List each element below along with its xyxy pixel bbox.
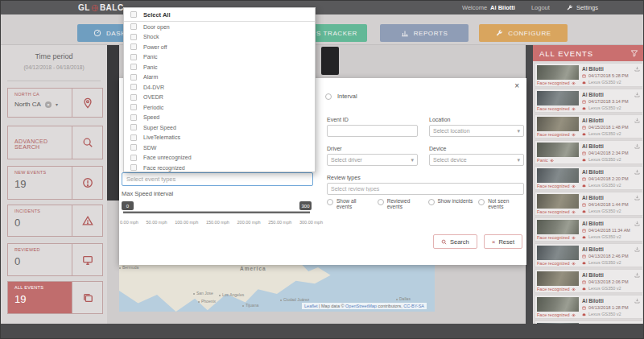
radio-circle[interactable]: [378, 199, 384, 205]
driver-label: Driver: [327, 146, 418, 151]
event-id-input[interactable]: [327, 125, 418, 137]
calendar-icon: [582, 306, 586, 310]
event-types-input[interactable]: [122, 172, 313, 186]
advanced-search-card[interactable]: ADVANCED SEARCH: [7, 126, 103, 159]
download-icon[interactable]: [634, 272, 640, 278]
dropdown-option[interactable]: Face unrecognized: [124, 153, 315, 163]
nav-bar: DASHBOARD GPS TRACKER REPORTS CONFIGURE: [1, 14, 644, 45]
event-card[interactable]: Face recognized Al Bilotti 04/17/2018 5:…: [535, 63, 643, 87]
checkbox[interactable]: [130, 155, 137, 161]
event-card[interactable]: Face recognized Al Bilotti 04/15/2018 1:…: [535, 114, 643, 138]
radio-circle[interactable]: [478, 199, 485, 205]
download-icon[interactable]: [634, 169, 640, 175]
leaflet-link[interactable]: Leaflet: [304, 304, 318, 308]
download-icon[interactable]: [634, 246, 640, 252]
checkbox[interactable]: [130, 74, 137, 81]
dropdown-option[interactable]: Door open: [124, 22, 315, 32]
region-select[interactable]: North CA × ▾: [14, 101, 72, 108]
dropdown-option[interactable]: Periodic: [124, 102, 315, 113]
close-icon[interactable]: ×: [514, 81, 519, 90]
search-button[interactable]: Search: [433, 234, 477, 249]
checkbox[interactable]: [130, 84, 137, 90]
license-link[interactable]: CC-BY-SA: [403, 304, 424, 308]
filter-radio-option[interactable]: Show incidents: [428, 198, 474, 209]
download-icon[interactable]: [634, 221, 640, 226]
dropdown-option[interactable]: Shock: [124, 32, 315, 43]
device-select[interactable]: Select device ▾: [429, 154, 524, 166]
dropdown-option[interactable]: Panic: [124, 52, 315, 63]
osm-link[interactable]: OpenStreetMap: [345, 304, 377, 308]
checkbox[interactable]: [130, 23, 137, 30]
checkbox[interactable]: [130, 94, 137, 101]
reset-button[interactable]: × Reset: [484, 234, 522, 249]
checkbox[interactable]: [130, 64, 137, 70]
checkbox[interactable]: [130, 144, 137, 151]
tab-configure[interactable]: CONFIGURE: [479, 24, 568, 42]
chevron-down-icon[interactable]: ▾: [56, 101, 58, 107]
filter-radio-option[interactable]: Reviewed events: [378, 198, 423, 209]
download-icon[interactable]: [634, 118, 640, 123]
slider-handle-min[interactable]: 0: [122, 201, 134, 210]
download-icon[interactable]: [634, 298, 640, 304]
logout-link[interactable]: Logout: [531, 4, 550, 11]
dropdown-option[interactable]: Alarm: [124, 72, 315, 83]
checkbox[interactable]: [130, 124, 137, 130]
settings-button[interactable]: Settings: [566, 4, 598, 11]
driver-select[interactable]: Select driver ▾: [327, 154, 418, 166]
checkbox[interactable]: [130, 34, 137, 40]
counter-incidents[interactable]: INCIDENTS 0: [7, 205, 103, 237]
dropdown-option[interactable]: OVEDR: [124, 93, 315, 103]
map[interactable]: America San JoseLos AngelesPhoenixTijuan…: [119, 265, 435, 312]
location-select[interactable]: Select location ▾: [429, 125, 524, 137]
checkbox[interactable]: [130, 114, 137, 121]
event-card[interactable]: Panic Al Bilotti 04/14/2018 2:34 PM Lexu…: [535, 140, 643, 164]
event-card[interactable]: Face recognized Al Bilotti 04/14/2018 1:…: [535, 192, 643, 216]
tab-reports[interactable]: REPORTS: [380, 24, 469, 42]
dropdown-option[interactable]: SDW: [124, 143, 315, 153]
interval-radio[interactable]: Interval: [325, 93, 357, 100]
max-speed-slider[interactable]: 0 300: [123, 201, 310, 214]
select-all-option[interactable]: Select All: [124, 8, 315, 22]
event-card[interactable]: Face recognized Al Bilotti 04/17/2018 3:…: [535, 89, 643, 113]
slider-handle-max[interactable]: 300: [299, 201, 312, 210]
dropdown-option[interactable]: D4-DVR: [124, 82, 315, 93]
logo-text-prefix: GL: [78, 3, 90, 12]
checkbox[interactable]: [130, 54, 137, 60]
filter-radio-option[interactable]: Not seen events: [478, 198, 524, 209]
download-icon[interactable]: [634, 195, 640, 201]
filter-radio-option[interactable]: Show all events: [327, 198, 373, 209]
counter-reviewed[interactable]: REVIEWED 0: [7, 243, 103, 276]
checkbox[interactable]: [130, 164, 137, 171]
checkbox[interactable]: [130, 134, 137, 141]
chevron-down-icon: ▾: [517, 128, 520, 134]
radio-circle[interactable]: [325, 93, 332, 100]
radio-circle[interactable]: [327, 199, 333, 205]
dropdown-option[interactable]: Panic: [124, 62, 315, 72]
show-on-map-button[interactable]: [72, 89, 102, 117]
event-card[interactable]: Face recognized Al Bilotti 04/13/2018 2:…: [535, 269, 643, 293]
event-card[interactable]: Face recognized Al Bilotti 04/14/2018 11…: [535, 217, 643, 242]
download-icon[interactable]: [634, 143, 640, 149]
dropdown-option[interactable]: Face recognized: [124, 163, 315, 172]
event-card[interactable]: Face recognized Al Bilotti 04/14/2018 2:…: [535, 166, 643, 190]
review-types-input[interactable]: [327, 183, 524, 195]
checkbox[interactable]: [130, 104, 137, 110]
dropdown-option[interactable]: Speed: [124, 113, 315, 123]
checkbox[interactable]: [130, 11, 137, 18]
download-icon[interactable]: [634, 92, 640, 97]
event-card[interactable]: Face recognized Al Bilotti 04/13/2018 2:…: [535, 243, 643, 267]
event-card[interactable]: Face recognized Al Bilotti 04/13/2018 1:…: [535, 295, 643, 319]
advanced-search-button[interactable]: [72, 126, 102, 159]
counter-new-events[interactable]: NEW EVENTS 19: [7, 166, 103, 200]
events-panel: ALL EVENTS Face recognized Al Bilotti 04…: [533, 45, 644, 324]
counter-all-events[interactable]: ALL EVENTS 19: [7, 281, 103, 314]
dropdown-option[interactable]: Power off: [124, 42, 315, 52]
radio-circle[interactable]: [428, 199, 435, 205]
filter-icon[interactable]: [630, 49, 638, 57]
dropdown-option[interactable]: LiveTelematics: [124, 133, 315, 143]
download-icon[interactable]: [634, 66, 640, 72]
tick-label: 300.00 mph: [299, 220, 323, 225]
checkbox[interactable]: [130, 43, 137, 50]
clear-region-icon[interactable]: ×: [45, 101, 52, 108]
dropdown-option[interactable]: Super Speed: [124, 122, 315, 133]
